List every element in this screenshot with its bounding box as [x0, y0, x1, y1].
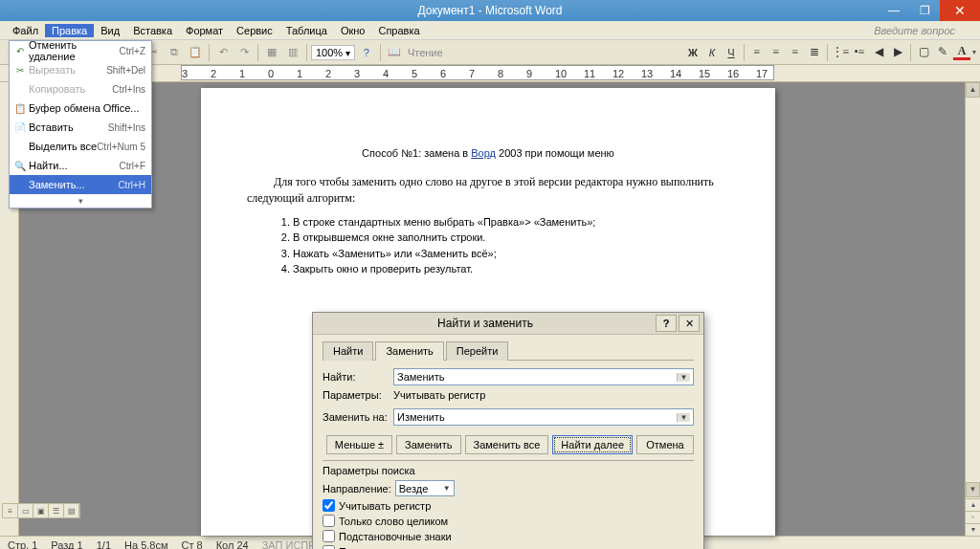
- find-next-button[interactable]: Найти далее: [552, 435, 633, 454]
- dialog-help-button[interactable]: ?: [656, 315, 677, 332]
- minimize-button[interactable]: —: [879, 0, 909, 21]
- search-options-header: Параметры поиска: [323, 465, 694, 476]
- doc-heading: Способ №1: замена в Ворд 2003 при помощи…: [247, 145, 729, 161]
- italic-button[interactable]: К: [703, 44, 721, 61]
- status-section: Разд 1: [51, 539, 82, 550]
- print-view-icon[interactable]: ▣: [33, 504, 49, 517]
- checkbox-label: Только слово целиком: [339, 516, 448, 527]
- menu-tools[interactable]: Сервис: [230, 24, 279, 37]
- edit-menu-item[interactable]: ✂ВырезатьShift+Del: [10, 60, 151, 79]
- reading-label[interactable]: Чтение: [408, 47, 443, 58]
- web-view-icon[interactable]: ▭: [18, 504, 33, 517]
- list-item: В открывшемся окне заполнить строки.: [293, 230, 729, 246]
- zoom-combo[interactable]: 100% ▾: [311, 45, 355, 60]
- next-page-icon[interactable]: ▾: [966, 523, 980, 536]
- dropdown-arrow-icon[interactable]: ▼: [677, 413, 690, 422]
- menu-format[interactable]: Формат: [179, 24, 230, 37]
- bullets-icon[interactable]: •≡: [851, 44, 868, 61]
- edit-menu-item[interactable]: Заменить...Ctrl+H: [10, 175, 151, 194]
- dialog-titlebar[interactable]: Найти и заменить ? ✕: [313, 313, 703, 335]
- font-color-button[interactable]: A: [953, 45, 970, 60]
- borders-icon[interactable]: ▢: [915, 44, 932, 61]
- paste-icon[interactable]: 📋: [186, 43, 205, 62]
- dialog-title: Найти и заменить: [317, 317, 654, 330]
- dropdown-arrow-icon[interactable]: ▼: [677, 373, 690, 382]
- cancel-button[interactable]: Отмена: [636, 435, 694, 454]
- align-center-icon[interactable]: ≡: [768, 44, 785, 61]
- checkbox-label: Произносится как: [339, 546, 426, 550]
- replace-input[interactable]: Изменить▼: [393, 408, 694, 426]
- replace-label: Заменить на:: [323, 411, 393, 423]
- tab-replace[interactable]: Заменить: [375, 341, 443, 361]
- checkbox-label: Подстановочные знаки: [339, 531, 452, 542]
- find-label: Найти:: [323, 371, 393, 383]
- checkbox[interactable]: [323, 515, 335, 527]
- edit-menu-item[interactable]: 📄ВставитьShift+Ins: [10, 118, 151, 137]
- edit-menu-item[interactable]: Выделить всеCtrl+Num 5: [10, 137, 151, 156]
- table-icon[interactable]: ▦: [262, 43, 281, 62]
- undo-icon[interactable]: ↶: [213, 43, 233, 62]
- browse-object-icon[interactable]: ◦: [966, 511, 980, 523]
- find-replace-dialog: Найти и заменить ? ✕ Найти Заменить Пере…: [312, 312, 704, 549]
- menu-edit[interactable]: Правка: [45, 24, 94, 37]
- align-left-icon[interactable]: ≡: [748, 44, 766, 61]
- copy-icon[interactable]: ⧉: [165, 43, 184, 62]
- menu-window[interactable]: Окно: [334, 24, 372, 37]
- redo-icon[interactable]: ↷: [234, 43, 254, 62]
- params-label: Параметры:: [323, 389, 393, 401]
- bold-button[interactable]: Ж: [684, 44, 702, 61]
- chevron-down-icon[interactable]: ▾: [10, 194, 151, 208]
- status-page: Стр. 1: [8, 539, 37, 550]
- find-input[interactable]: Заменить▼: [393, 368, 694, 385]
- highlight-icon[interactable]: ✎: [934, 44, 951, 61]
- dialog-close-button[interactable]: ✕: [679, 315, 700, 332]
- scroll-down-icon[interactable]: ▼: [966, 482, 980, 497]
- replace-button[interactable]: Заменить: [396, 435, 460, 454]
- checkbox[interactable]: [323, 545, 335, 549]
- menu-insert[interactable]: Вставка: [126, 24, 179, 37]
- columns-icon[interactable]: ▥: [283, 43, 302, 62]
- justify-icon[interactable]: ≣: [806, 44, 823, 61]
- reading-view-icon[interactable]: ▤: [64, 504, 79, 517]
- reading-layout-icon[interactable]: 📖: [385, 43, 404, 62]
- menu-file[interactable]: Файл: [6, 24, 45, 37]
- less-button[interactable]: Меньше ±: [326, 435, 392, 454]
- help-icon[interactable]: ?: [357, 43, 376, 62]
- params-value: Учитывать регистр: [393, 389, 485, 401]
- checkbox[interactable]: [323, 499, 335, 512]
- edit-menu-item[interactable]: КопироватьCtrl+Ins: [10, 79, 151, 99]
- scroll-up-icon[interactable]: ▲: [966, 82, 980, 98]
- view-buttons: ≡ ▭ ▣ ☰ ▤: [2, 503, 80, 518]
- maximize-button[interactable]: ❐: [909, 0, 940, 21]
- normal-view-icon[interactable]: ≡: [3, 504, 18, 517]
- increase-indent-icon[interactable]: ▶: [889, 44, 906, 61]
- status-col: Кол 24: [216, 539, 249, 550]
- direction-combo[interactable]: Везде▼: [395, 480, 455, 496]
- menu-help[interactable]: Справка: [371, 24, 426, 37]
- replace-all-button[interactable]: Заменить все: [465, 435, 549, 454]
- underline-button[interactable]: Ч: [723, 44, 740, 61]
- checkbox-label: Учитывать регистр: [339, 500, 431, 512]
- tab-goto[interactable]: Перейти: [446, 341, 509, 361]
- doc-list: В строке стандартных меню выбрать «Правк…: [293, 214, 729, 277]
- align-right-icon[interactable]: ≡: [787, 44, 804, 61]
- numbering-icon[interactable]: ⋮≡: [832, 44, 849, 61]
- decrease-indent-icon[interactable]: ◀: [870, 44, 887, 61]
- edit-menu-item[interactable]: ↶Отменить удалениеCtrl+Z: [10, 41, 151, 60]
- outline-view-icon[interactable]: ☰: [49, 504, 64, 517]
- list-item: В строке стандартных меню выбрать «Правк…: [293, 214, 729, 231]
- title-bar: Документ1 - Microsoft Word — ❐ ✕: [0, 0, 980, 21]
- list-item: Закрыть окно и проверить результат.: [293, 261, 729, 277]
- checkbox[interactable]: [323, 530, 335, 542]
- menu-table[interactable]: Таблица: [279, 24, 334, 37]
- menu-view[interactable]: Вид: [94, 24, 126, 37]
- prev-page-icon[interactable]: ▴: [966, 498, 980, 511]
- close-button[interactable]: ✕: [940, 0, 980, 21]
- doc-paragraph: Для того чтобы заменить одно слово на др…: [247, 174, 729, 207]
- status-pages: 1/1: [97, 539, 111, 550]
- edit-menu-item[interactable]: 🔍Найти...Ctrl+F: [10, 156, 151, 175]
- vertical-scrollbar[interactable]: ▲ ▼ ▴ ◦ ▾: [965, 82, 980, 536]
- tab-find[interactable]: Найти: [323, 341, 373, 361]
- edit-menu-item[interactable]: 📋Буфер обмена Office...: [10, 99, 151, 118]
- ask-question-box[interactable]: Введите вопрос: [874, 25, 974, 36]
